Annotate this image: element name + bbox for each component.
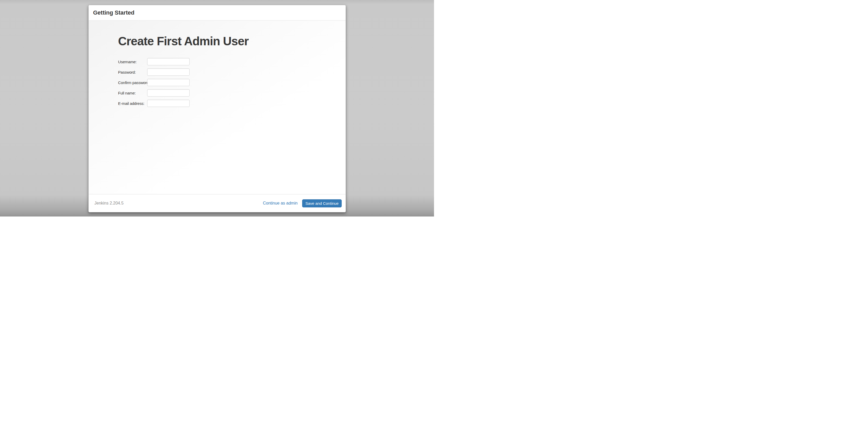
username-input[interactable] xyxy=(147,58,190,65)
password-input[interactable] xyxy=(147,68,190,76)
continue-as-admin-link[interactable]: Continue as admin xyxy=(263,201,298,206)
dialog-footer: Jenkins 2.204.5 Continue as admin Save a… xyxy=(89,194,346,212)
confirm-password-label: Confirm password: xyxy=(118,80,147,85)
confirm-password-row: Confirm password: xyxy=(118,79,335,86)
full-name-input[interactable] xyxy=(147,89,190,96)
jenkins-version-label: Jenkins 2.204.5 xyxy=(94,201,124,206)
dialog-title: Getting Started xyxy=(93,9,134,16)
page-background: Getting Started Create First Admin User … xyxy=(0,0,434,216)
password-label: Password: xyxy=(118,70,147,75)
full-name-row: Full name: xyxy=(118,89,335,96)
full-name-label: Full name: xyxy=(118,91,147,95)
confirm-password-input[interactable] xyxy=(147,79,190,86)
save-and-continue-button[interactable]: Save and Continue xyxy=(302,199,342,207)
email-input[interactable] xyxy=(147,100,190,107)
page-title: Create First Admin User xyxy=(118,34,335,48)
admin-user-form: Username: Password: Confirm password: Fu… xyxy=(118,58,335,107)
email-row: E-mail address: xyxy=(118,100,335,107)
dialog-header: Getting Started xyxy=(89,5,346,21)
dialog-body: Create First Admin User Username: Passwo… xyxy=(89,21,346,194)
getting-started-dialog: Getting Started Create First Admin User … xyxy=(88,5,346,212)
password-row: Password: xyxy=(118,68,335,76)
username-row: Username: xyxy=(118,58,335,65)
username-label: Username: xyxy=(118,60,147,64)
email-label: E-mail address: xyxy=(118,101,147,106)
